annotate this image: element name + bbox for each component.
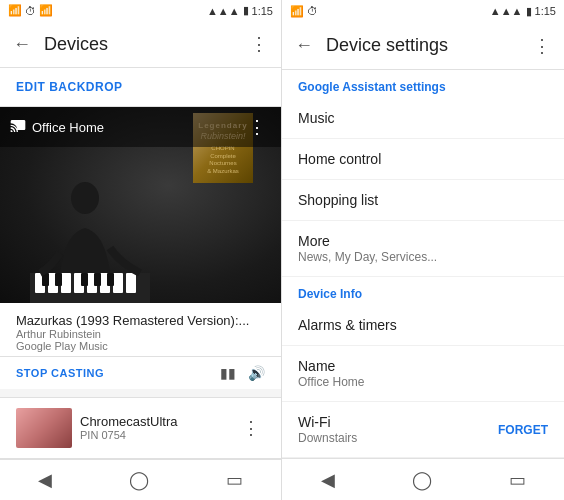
settings-item-home-control-label: Home control: [298, 151, 381, 167]
bluetooth-right-icon: 📶: [290, 5, 304, 17]
alarm-right-icon: ⏱: [307, 5, 318, 17]
forget-button[interactable]: FORGET: [498, 423, 548, 437]
pause-icon[interactable]: ▮▮: [220, 365, 236, 381]
home-nav-icon[interactable]: ◯: [123, 463, 155, 497]
settings-item-shopping-list[interactable]: Shopping list: [282, 180, 564, 221]
back-nav-right-icon[interactable]: ◀: [315, 463, 341, 497]
settings-sub-name: Office Home: [298, 375, 364, 389]
svg-rect-3: [61, 273, 71, 293]
settings-label-alarms: Alarms & timers: [298, 317, 397, 333]
track-source: Google Play Music: [16, 340, 265, 352]
settings-label-home-control: Home control: [298, 151, 381, 167]
back-nav-icon[interactable]: ◀: [32, 463, 58, 497]
status-right-left: ▲▲▲ ▮ 1:15: [207, 4, 273, 17]
chromecast-thumbnail: [16, 408, 72, 448]
top-bar-left: ← Devices ⋮: [0, 22, 281, 69]
settings-item-wifi[interactable]: Wi-Fi Downstairs FORGET: [282, 402, 564, 458]
settings-label-more: More: [298, 233, 437, 249]
now-playing: Mazurkas (1993 Remastered Version):... A…: [0, 303, 281, 357]
edit-backdrop-row: EDIT BACKDROP: [0, 68, 281, 107]
section-header-1: Device Info: [282, 277, 564, 305]
svg-rect-11: [81, 273, 88, 286]
nav-bar-right: ◀ ◯ ▭: [282, 458, 564, 500]
svg-rect-12: [94, 273, 101, 286]
signal-right-icon: ▲▲▲: [490, 5, 523, 17]
time-right: 1:15: [535, 5, 556, 17]
time-left: 1:15: [252, 5, 273, 17]
settings-item-home-control[interactable]: Home control: [282, 139, 564, 180]
svg-rect-13: [107, 273, 114, 286]
settings-label-shopping: Shopping list: [298, 192, 378, 208]
section-header-0: Google Assistant settings: [282, 70, 564, 98]
left-title: Devices: [44, 34, 237, 55]
wifi-icon: 📶: [39, 4, 53, 17]
back-button-left[interactable]: ←: [8, 30, 36, 58]
chromecast-name: ChromecastUltra: [80, 414, 229, 429]
volume-icon[interactable]: 🔊: [248, 365, 265, 381]
chromecast-more-options[interactable]: ⋮: [237, 414, 265, 442]
status-icons-left: 📶 ⏱ 📶: [8, 4, 53, 17]
status-right-right: ▲▲▲ ▮ 1:15: [490, 5, 556, 18]
album-subtitle: CHOPINComplete Nocturnes& Mazurkas: [197, 145, 249, 176]
device-card: Legendary Rubinstein! CHOPINComplete Noc…: [0, 107, 281, 302]
svg-rect-8: [126, 273, 136, 293]
settings-item-alarms-label: Alarms & timers: [298, 317, 397, 333]
device-name-text: Office Home: [32, 120, 237, 135]
home-nav-right-icon[interactable]: ◯: [406, 463, 438, 497]
bluetooth-icon: 📶: [8, 4, 22, 17]
settings-label-music: Music: [298, 110, 335, 126]
settings-item-name-label: Name Office Home: [298, 358, 364, 389]
right-title: Device settings: [326, 35, 520, 56]
settings-item-name[interactable]: Name Office Home: [282, 346, 564, 402]
alarm-icon: ⏱: [25, 5, 36, 17]
more-options-right[interactable]: ⋮: [528, 32, 556, 60]
track-artist: Arthur Rubinstein: [16, 328, 265, 340]
settings-list: Google Assistant settings Music Home con…: [282, 70, 564, 458]
svg-point-14: [71, 182, 99, 214]
stop-casting-button[interactable]: STOP CASTING: [16, 367, 212, 379]
settings-sub-wifi: Downstairs: [298, 431, 357, 445]
media-icons: ▮▮ 🔊: [220, 365, 265, 381]
nav-bar-left: ◀ ◯ ▭: [0, 459, 281, 500]
settings-label-name: Name: [298, 358, 364, 374]
chromecast-card[interactable]: ChromecastUltra PIN 0754 ⋮: [0, 397, 281, 459]
device-more-options[interactable]: ⋮: [243, 113, 271, 141]
chromecast-info: ChromecastUltra PIN 0754: [80, 414, 229, 441]
signal-icon: ▲▲▲: [207, 5, 240, 17]
settings-label-wifi: Wi-Fi: [298, 414, 357, 430]
settings-sub-more: News, My Day, Services...: [298, 250, 437, 264]
recents-nav-icon[interactable]: ▭: [220, 463, 249, 497]
track-title: Mazurkas (1993 Remastered Version):...: [16, 313, 265, 328]
settings-item-more[interactable]: More News, My Day, Services...: [282, 221, 564, 277]
back-button-right[interactable]: ←: [290, 32, 318, 60]
status-bar-left: 📶 ⏱ 📶 ▲▲▲ ▮ 1:15: [0, 0, 281, 22]
settings-item-more-label: More News, My Day, Services...: [298, 233, 437, 264]
recents-nav-right-icon[interactable]: ▭: [503, 463, 532, 497]
svg-rect-7: [113, 273, 123, 293]
svg-rect-10: [55, 273, 62, 286]
status-bar-right: 📶 ⏱ ▲▲▲ ▮ 1:15: [282, 0, 564, 22]
settings-item-music[interactable]: Music: [282, 98, 564, 139]
settings-item-music-label: Music: [298, 110, 335, 126]
edit-backdrop-button[interactable]: EDIT BACKDROP: [16, 80, 265, 94]
settings-item-shopping-label: Shopping list: [298, 192, 378, 208]
battery-icon: ▮: [243, 4, 249, 17]
right-panel: 📶 ⏱ ▲▲▲ ▮ 1:15 ← Device settings ⋮ Googl…: [282, 0, 564, 500]
left-panel: 📶 ⏱ 📶 ▲▲▲ ▮ 1:15 ← Devices ⋮ EDIT BACKDR…: [0, 0, 282, 500]
settings-item-alarms[interactable]: Alarms & timers: [282, 305, 564, 346]
device-name-bar: Office Home ⋮: [0, 107, 281, 147]
more-options-left[interactable]: ⋮: [245, 30, 273, 58]
settings-item-wifi-label: Wi-Fi Downstairs: [298, 414, 357, 445]
battery-right-icon: ▮: [526, 5, 532, 17]
status-icons-right: 📶 ⏱: [290, 5, 318, 18]
chromecast-pin: PIN 0754: [80, 429, 229, 441]
musician-silhouette: [30, 173, 150, 303]
device-cast-icon: [10, 118, 26, 137]
top-bar-right: ← Device settings ⋮: [282, 22, 564, 70]
cast-controls: STOP CASTING ▮▮ 🔊: [0, 357, 281, 389]
